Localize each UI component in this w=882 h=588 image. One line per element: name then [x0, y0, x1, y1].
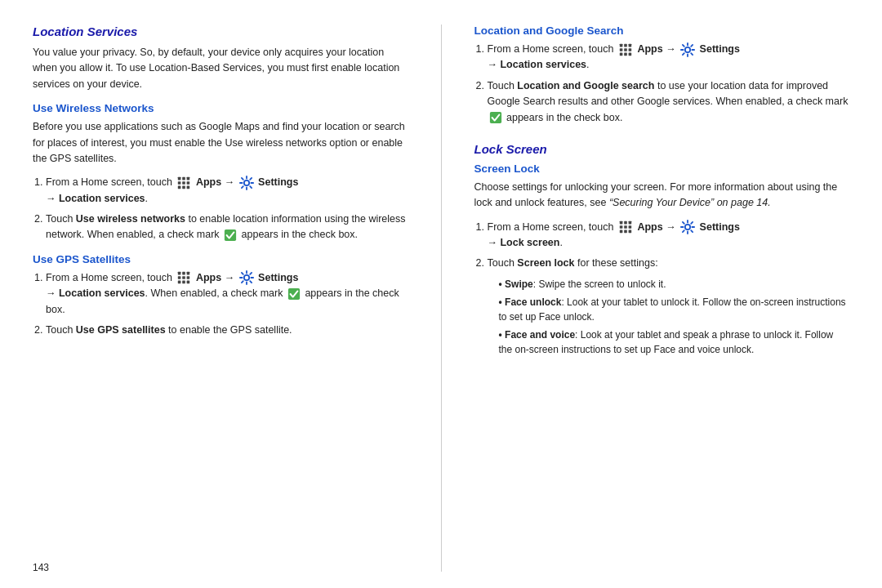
svg-rect-39 — [620, 230, 623, 234]
lg-location-services: → Location services. — [488, 59, 590, 70]
svg-rect-16 — [187, 277, 190, 280]
location-services-intro: You value your privacy. So, by default, … — [33, 45, 408, 92]
step2-text-end: appears in the check box. — [242, 229, 358, 240]
sl-step2-text: Touch Screen lock for these settings: — [488, 257, 658, 269]
svg-rect-8 — [187, 186, 190, 189]
use-wireless-title: Use Wireless Networks — [33, 102, 408, 114]
svg-rect-41 — [629, 230, 632, 234]
check-icon-2 — [287, 287, 301, 301]
svg-rect-26 — [624, 48, 627, 51]
svg-rect-4 — [183, 181, 186, 185]
lock-screen-section: Lock Screen Screen Lock Choose settings … — [474, 142, 850, 365]
svg-rect-11 — [178, 272, 181, 275]
use-wireless-step-2: Touch Use wireless networks to enable lo… — [46, 212, 408, 243]
svg-rect-40 — [624, 230, 627, 234]
sl-step1-before: From a Home screen, touch — [488, 221, 617, 233]
svg-rect-28 — [620, 52, 623, 56]
use-wireless-steps: From a Home screen, touch Apps — [33, 175, 408, 243]
apps-label-1: Apps — [196, 176, 221, 188]
svg-rect-3 — [178, 181, 181, 185]
apps-label-3: Apps — [637, 43, 662, 55]
lg-step2-text: Touch Location and Google search to use … — [488, 80, 849, 107]
svg-point-20 — [243, 275, 248, 280]
settings-icon-4 — [680, 220, 695, 234]
svg-rect-38 — [629, 226, 632, 229]
svg-rect-5 — [187, 181, 190, 185]
use-wireless-step-1: From a Home screen, touch Apps — [46, 175, 408, 207]
svg-rect-19 — [187, 281, 190, 284]
svg-rect-2 — [187, 177, 190, 180]
page-number: 143 — [33, 562, 49, 573]
apps-label-4: Apps — [637, 221, 662, 233]
location-services-section: Location Services You value your privacy… — [33, 24, 408, 346]
svg-rect-15 — [183, 277, 186, 280]
lg-appears-text: appears in the check box. — [506, 112, 622, 123]
use-gps-steps: From a Home screen, touch Apps → — [33, 270, 408, 339]
right-column: Location and Google Search From a Home s… — [474, 24, 850, 572]
svg-rect-12 — [183, 272, 186, 275]
apps-icon-2 — [176, 270, 191, 285]
settings-icon-2 — [239, 270, 254, 285]
settings-label-3: Settings — [700, 43, 740, 55]
lg-step-1: From a Home screen, touch Apps → — [488, 42, 850, 74]
lock-screen-title: Lock Screen — [474, 142, 850, 156]
settings-label-4: Settings — [700, 221, 740, 233]
screen-lock-body: Choose settings for unlocking your scree… — [474, 180, 850, 212]
column-divider — [441, 24, 442, 572]
svg-rect-1 — [183, 177, 186, 180]
gps-step2-text: Touch Use GPS satellites to enable the G… — [46, 324, 292, 336]
svg-rect-30 — [629, 52, 632, 56]
arrow-location: → Location services. — [46, 193, 148, 204]
bullet-face-voice: Face and voice: Look at your tablet and … — [496, 327, 850, 357]
screen-lock-bullets: Swipe: Swipe the screen to unlock it. Fa… — [488, 277, 850, 357]
check-icon-1 — [224, 229, 237, 242]
svg-rect-6 — [178, 186, 181, 189]
location-google-steps: From a Home screen, touch Apps → — [474, 42, 850, 126]
settings-label-1: Settings — [258, 176, 298, 188]
svg-rect-13 — [187, 272, 190, 275]
svg-point-9 — [243, 180, 248, 185]
screen-lock-title: Screen Lock — [474, 163, 850, 175]
arrow-3: → — [666, 43, 679, 55]
arrow-4: → — [666, 221, 679, 233]
gps-step-2: Touch Use GPS satellites to enable the G… — [46, 323, 408, 338]
settings-label-2: Settings — [258, 272, 298, 283]
lg-step1-before: From a Home screen, touch — [488, 43, 617, 55]
page-layout: Location Services You value your privacy… — [33, 24, 849, 572]
svg-rect-14 — [178, 277, 181, 280]
gps-location-text: → Location services. When enabled, a che… — [46, 287, 286, 299]
svg-point-31 — [685, 47, 690, 52]
svg-rect-22 — [620, 44, 623, 47]
svg-rect-27 — [629, 48, 632, 51]
apps-icon — [176, 176, 191, 190]
apps-icon-4 — [618, 220, 633, 234]
use-gps-title: Use GPS Satellites — [33, 253, 408, 265]
gps-step-1: From a Home screen, touch Apps → — [46, 270, 408, 318]
svg-rect-17 — [178, 281, 181, 284]
arrow-2: → — [225, 272, 238, 283]
lg-step-2: Touch Location and Google search to use … — [488, 78, 850, 126]
arrow-1: → — [225, 176, 238, 188]
svg-rect-23 — [624, 44, 627, 47]
svg-rect-36 — [620, 226, 623, 229]
svg-rect-33 — [620, 221, 623, 225]
location-google-section: Location and Google Search From a Home s… — [474, 24, 850, 134]
svg-rect-25 — [620, 48, 623, 51]
svg-rect-34 — [624, 221, 627, 225]
svg-rect-29 — [624, 52, 627, 56]
screen-lock-steps: From a Home screen, touch Apps → — [474, 220, 850, 357]
apps-label-2: Apps — [196, 272, 221, 283]
svg-rect-0 — [178, 177, 181, 180]
bullet-swipe: Swipe: Swipe the screen to unlock it. — [496, 277, 850, 292]
svg-rect-7 — [183, 186, 186, 189]
use-wireless-body: Before you use applications such as Goog… — [33, 119, 408, 167]
apps-icon-3 — [618, 42, 633, 57]
svg-rect-35 — [629, 221, 632, 225]
bullet-face-unlock: Face unlock: Look at your tablet to unlo… — [496, 295, 850, 324]
svg-rect-37 — [624, 226, 627, 229]
svg-rect-24 — [629, 44, 632, 47]
location-google-title: Location and Google Search — [474, 24, 850, 37]
step1-text-before: From a Home screen, touch — [46, 176, 175, 188]
svg-rect-18 — [183, 281, 186, 284]
svg-point-42 — [685, 225, 690, 229]
